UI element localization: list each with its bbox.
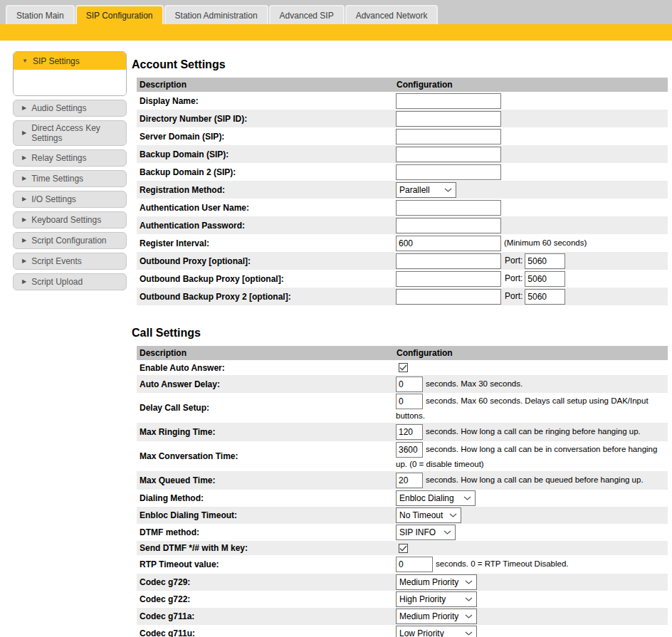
display-name-input[interactable] xyxy=(396,93,501,109)
auth-password-input[interactable] xyxy=(396,218,501,233)
tab-advanced-sip[interactable]: Advanced SIP xyxy=(269,5,345,24)
register-interval-input[interactable] xyxy=(396,236,501,251)
sidebar-item-direct-access-key-settings[interactable]: ▶ Direct Access Key Settings xyxy=(13,120,127,146)
sidebar-item-script-configuration[interactable]: ▶ Script Configuration xyxy=(13,232,127,249)
port-label: Port: xyxy=(505,256,523,265)
row-config: seconds. How long a call can be ringing … xyxy=(396,423,668,441)
tab-station-main[interactable]: Station Main xyxy=(6,5,75,24)
sidebar-item-label: Direct Access Key Settings xyxy=(31,123,120,143)
tab-sip-configuration[interactable]: SIP Configuration xyxy=(75,5,164,24)
max-conversation-time-input[interactable] xyxy=(396,442,423,458)
outbound-proxy-port-input[interactable] xyxy=(525,253,565,269)
row-label: Auto Answer Delay: xyxy=(137,379,396,389)
tab-advanced-network[interactable]: Advanced Network xyxy=(345,5,439,24)
auto-answer-delay-input[interactable] xyxy=(396,377,423,392)
port-label: Port: xyxy=(505,273,523,283)
codec-g711a-select[interactable]: Medium Priority xyxy=(396,609,477,624)
row-label: Dialing Method: xyxy=(137,493,396,503)
row-label: Directory Number (SIP ID): xyxy=(137,114,396,124)
chevron-down-icon xyxy=(465,597,473,601)
directory-number-input[interactable] xyxy=(396,111,501,127)
row-config: Port: xyxy=(396,253,668,270)
column-header-description: Description xyxy=(137,348,396,358)
sidebar-item-audio-settings[interactable]: ▶ Audio Settings xyxy=(13,100,127,117)
max-ringing-time-input[interactable] xyxy=(396,424,423,440)
sidebar-item-keyboard-settings[interactable]: ▶ Keyboard Settings xyxy=(13,211,127,228)
codec-g729-select[interactable]: Medium Priority xyxy=(396,574,477,590)
rtp-timeout-input[interactable] xyxy=(396,557,433,572)
row-config: (Minimum 60 seconds) xyxy=(396,235,668,252)
row-label: Registration Method: xyxy=(137,185,396,195)
send-dtmf-checkbox[interactable] xyxy=(399,544,408,553)
outbound-backup-proxy-2-port-input[interactable] xyxy=(525,289,565,305)
chevron-right-icon: ▶ xyxy=(22,236,26,246)
table-row: Display Name: xyxy=(137,92,668,110)
sidebar-item-time-settings[interactable]: ▶ Time Settings xyxy=(13,170,127,187)
sidebar-item-script-events[interactable]: ▶ Script Events xyxy=(13,253,127,270)
sidebar-item-label: Keyboard Settings xyxy=(31,215,101,225)
sidebar-item-relay-settings[interactable]: ▶ Relay Settings xyxy=(13,149,127,167)
codec-g722-select[interactable]: High Priority xyxy=(396,591,477,607)
server-domain-input[interactable] xyxy=(396,129,501,144)
chevron-down-icon: ▼ xyxy=(22,58,28,64)
sidebar-item-label: Relay Settings xyxy=(31,153,86,163)
sidebar-item-script-upload[interactable]: ▶ Script Upload xyxy=(13,273,127,290)
enbloc-dialing-timeout-select[interactable]: No Timeout xyxy=(396,507,461,523)
row-config: Parallell xyxy=(396,181,668,199)
sidebar-item-label: Script Events xyxy=(31,256,82,266)
sidebar-item-io-settings[interactable]: ▶ I/O Settings xyxy=(13,191,127,208)
selected-value: Low Priority xyxy=(399,627,444,637)
sidebar: ▼ SIP Settings ▶ Audio Settings ▶ Direct… xyxy=(13,51,127,290)
table-row: DTMF method: SIP INFO xyxy=(137,524,668,541)
delay-call-setup-input[interactable] xyxy=(396,394,423,409)
enable-auto-answer-checkbox[interactable] xyxy=(399,363,408,372)
call-settings-title: Call Settings xyxy=(132,327,668,339)
row-config: SIP INFO xyxy=(396,524,668,541)
table-row: Outbound Backup Proxy [optional]: Port: xyxy=(137,270,668,288)
backup-domain-input[interactable] xyxy=(396,147,501,162)
row-config: Port: xyxy=(396,270,668,288)
table-row: Send DTMF */# with M key: xyxy=(137,541,668,555)
codec-g711u-select[interactable]: Low Priority xyxy=(396,626,477,637)
row-config: seconds. How long a call can be queued b… xyxy=(396,472,668,489)
max-queued-time-input[interactable] xyxy=(396,473,423,488)
sidebar-item-sip-settings[interactable]: ▼ SIP Settings xyxy=(14,52,126,70)
dtmf-method-select[interactable]: SIP INFO xyxy=(396,525,456,540)
outbound-backup-proxy-2-input[interactable] xyxy=(396,289,501,305)
outbound-backup-proxy-input[interactable] xyxy=(396,271,501,287)
table-row: Auto Answer Delay: seconds. Max 30 secon… xyxy=(137,375,668,393)
column-header-configuration: Configuration xyxy=(396,80,668,90)
row-config xyxy=(396,362,668,373)
dialing-method-select[interactable]: Enbloc Dialing xyxy=(396,490,476,506)
sip-settings-panel-body xyxy=(14,70,126,95)
table-row: Codec g729: Medium Priority xyxy=(137,574,668,591)
outbound-proxy-input[interactable] xyxy=(396,253,501,269)
auth-username-input[interactable] xyxy=(396,200,501,216)
account-settings-title: Account Settings xyxy=(132,58,668,71)
row-label: Backup Domain 2 (SIP): xyxy=(137,167,396,177)
table-row: RTP Timeout value: seconds. 0 = RTP Time… xyxy=(137,555,668,574)
chevron-right-icon: ▶ xyxy=(22,153,26,163)
table-row: Register Interval: (Minimum 60 seconds) xyxy=(137,234,668,252)
row-note: seconds. Max 60 seconds. Delays call set… xyxy=(396,396,649,420)
row-config: Low Priority xyxy=(396,625,668,637)
backup-domain-2-input[interactable] xyxy=(396,164,501,180)
tab-station-administration[interactable]: Station Administration xyxy=(164,5,268,24)
row-note: seconds. How long a call can be ringing … xyxy=(426,427,641,436)
outbound-backup-proxy-port-input[interactable] xyxy=(525,271,565,287)
table-row: Dialing Method: Enbloc Dialing xyxy=(137,490,668,507)
row-label: Send DTMF */# with M key: xyxy=(137,543,396,553)
table-row: Authentication Password: xyxy=(137,216,668,234)
sidebar-item-label: Time Settings xyxy=(31,174,83,184)
registration-method-select[interactable]: Parallell xyxy=(396,182,456,198)
row-label: Backup Domain (SIP): xyxy=(137,149,396,159)
row-config xyxy=(396,128,668,145)
chevron-right-icon: ▶ xyxy=(22,103,26,113)
account-settings-table: Description Configuration Display Name: … xyxy=(137,78,668,305)
table-row: Max Ringing Time: seconds. How long a ca… xyxy=(137,423,668,441)
chevron-down-icon xyxy=(463,496,471,500)
selected-value: High Priority xyxy=(399,593,446,606)
row-config xyxy=(396,93,668,110)
row-config: seconds. Max 30 seconds. xyxy=(396,376,668,393)
row-label: Outbound Backup Proxy [optional]: xyxy=(137,274,396,284)
